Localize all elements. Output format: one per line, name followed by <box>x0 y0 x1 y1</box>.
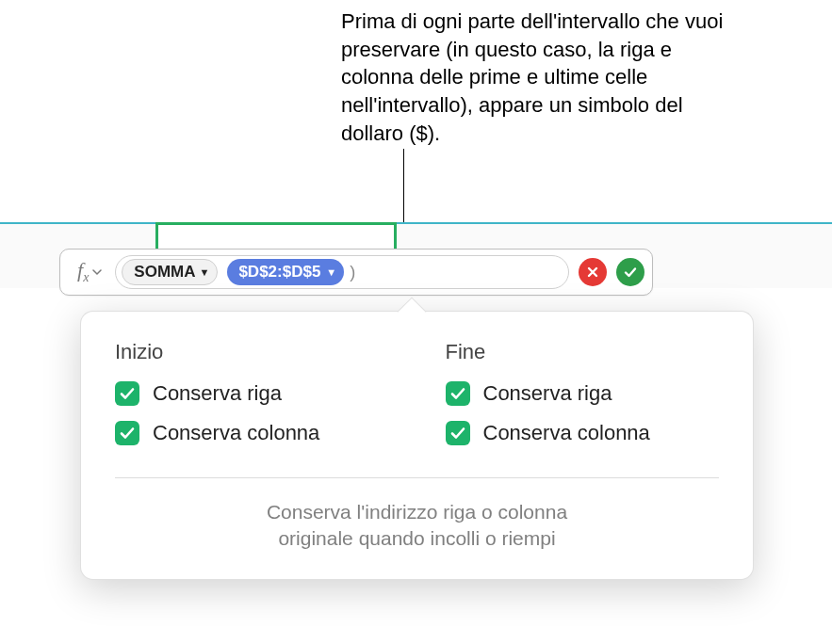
end-column: Fine Conserva riga Conserva colonna <box>446 340 720 460</box>
cancel-button[interactable] <box>579 258 607 286</box>
end-heading: Fine <box>446 340 720 364</box>
fx-menu[interactable]: fx <box>68 258 107 285</box>
range-reference-text: $D$2:$D$5 <box>238 263 320 282</box>
popover-arrow <box>397 297 426 326</box>
end-preserve-row-checkbox[interactable]: Conserva riga <box>446 381 720 406</box>
chevron-down-icon <box>92 267 102 277</box>
checkbox-checked-icon <box>115 421 139 445</box>
checkbox-label: Conserva colonna <box>483 421 650 445</box>
start-preserve-column-checkbox[interactable]: Conserva colonna <box>115 421 389 445</box>
checkbox-checked-icon <box>446 381 470 406</box>
end-preserve-column-checkbox[interactable]: Conserva colonna <box>446 421 720 445</box>
triangle-down-icon: ▼ <box>326 266 336 278</box>
start-column: Inizio Conserva riga Conserva colonna <box>115 340 389 460</box>
triangle-down-icon: ▼ <box>200 266 210 278</box>
range-reference-token[interactable]: $D$2:$D$5 ▼ <box>227 259 344 285</box>
start-heading: Inizio <box>115 340 389 364</box>
annotation-text: Prima di ogni parte dell'intervallo che … <box>341 8 746 147</box>
checkbox-label: Conserva colonna <box>153 421 319 445</box>
popover-description: Conserva l'indirizzo riga o colonna orig… <box>115 499 719 553</box>
function-token[interactable]: SOMMA ▼ <box>122 259 218 285</box>
accept-button[interactable] <box>616 258 644 286</box>
paren-close: ) <box>350 263 355 282</box>
check-icon <box>623 265 638 280</box>
checkbox-label: Conserva riga <box>483 381 612 406</box>
checkbox-label: Conserva riga <box>153 381 282 406</box>
checkbox-checked-icon <box>115 381 139 406</box>
close-icon <box>585 265 600 280</box>
formula-bar: fx SOMMA ▼ $D$2:$D$5 ▼ ) <box>59 249 653 296</box>
function-name: SOMMA <box>134 263 195 282</box>
start-preserve-row-checkbox[interactable]: Conserva riga <box>115 381 389 406</box>
formula-input[interactable]: SOMMA ▼ $D$2:$D$5 ▼ ) <box>115 255 569 289</box>
reference-options-popover: Inizio Conserva riga Conserva colonna Fi… <box>80 311 754 580</box>
fx-label-text: fx <box>77 258 89 285</box>
divider <box>115 477 719 478</box>
checkbox-checked-icon <box>446 421 470 445</box>
